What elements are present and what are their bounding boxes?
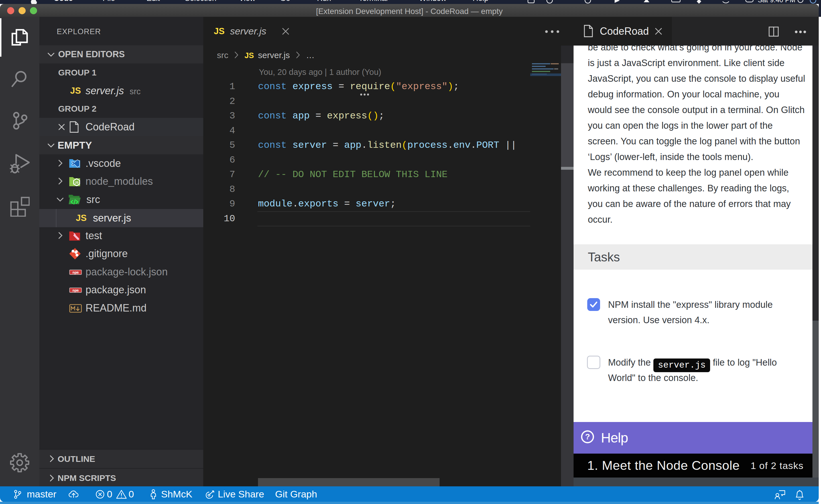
svg-text:Sat 9:40 PM: Sat 9:40 PM — [758, 0, 795, 4]
svg-text:npm: npm — [72, 271, 79, 275]
svg-text:npm: npm — [72, 289, 79, 293]
svg-text:?: ? — [585, 432, 590, 441]
svg-text:JS: JS — [75, 181, 78, 184]
